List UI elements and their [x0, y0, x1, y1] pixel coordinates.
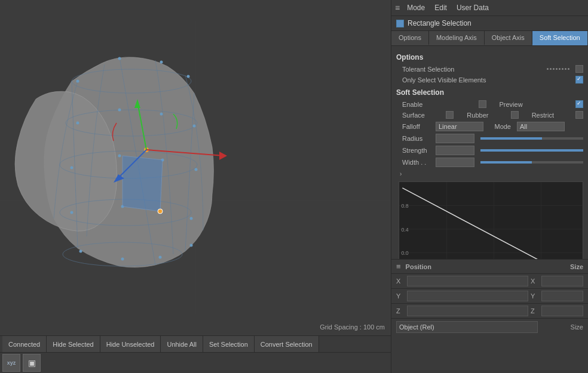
restrict-checkbox[interactable]: [575, 111, 583, 119]
rect-selection-checkbox[interactable]: [396, 20, 404, 27]
size-z-input[interactable]: 0 cm: [541, 306, 583, 316]
hide-selected-btn[interactable]: Hide Selected: [47, 336, 100, 352]
size-z-label: Z: [531, 307, 539, 315]
graph-container: 0.8 0.4 0.0 0.2 0.4 0.6: [396, 181, 583, 259]
pos-y-input[interactable]: -229.307 cm: [407, 291, 528, 301]
width-slider[interactable]: [480, 161, 583, 164]
enable-preview-row: Enable Preview: [396, 100, 583, 108]
falloff-select[interactable]: Linear: [436, 122, 483, 131]
scene-svg: [0, 0, 391, 335]
radius-slider[interactable]: [480, 137, 583, 140]
tab-object-axis[interactable]: Object Axis: [485, 31, 532, 45]
options-section-title: Options: [396, 53, 583, 61]
rubber-checkbox[interactable]: [511, 111, 519, 119]
full-bottom: Connected Hide Selected Hide Unselected …: [0, 335, 588, 373]
size-y-input[interactable]: 0 cm: [541, 291, 583, 301]
tolerant-selection-row: Tolerant Selection: [396, 65, 583, 73]
pos-z-input[interactable]: -10.949 cm: [407, 306, 528, 316]
position-title: Position: [406, 263, 531, 270]
panel-content: Options Tolerant Selection Only Select V…: [391, 46, 588, 259]
enable-label: Enable: [402, 101, 475, 108]
mode-label: Mode: [487, 123, 511, 130]
radius-input[interactable]: 100 cm: [436, 134, 474, 143]
bottom-bar: Connected Hide Selected Hide Unselected …: [0, 335, 391, 352]
rubber-label: Rubber: [467, 112, 507, 119]
svg-point-26: [159, 256, 162, 259]
graph-area[interactable]: 0.8 0.4 0.0 0.2 0.4 0.6: [399, 181, 583, 259]
tab-soft-selection[interactable]: Soft Selection: [532, 31, 587, 45]
width-input[interactable]: 50 %: [436, 158, 474, 167]
xyz-label: xyz: [7, 360, 16, 366]
svg-rect-36: [399, 182, 582, 259]
pos-x-label: X: [396, 278, 405, 285]
svg-text:0.8: 0.8: [401, 203, 408, 209]
pos-header: ≡ Position Size: [391, 260, 588, 274]
visible-label: Only Select Visible Elements: [402, 76, 572, 84]
svg-point-35: [158, 209, 163, 214]
size-y-label: Y: [531, 292, 539, 300]
position-panel: ≡ Position Size X 34.519 cm X 0 cm Y -22…: [391, 259, 588, 335]
mode-select[interactable]: All: [517, 122, 565, 131]
set-selection-btn[interactable]: Set Selection: [203, 336, 255, 352]
svg-point-13: [118, 109, 121, 112]
surface-checkbox[interactable]: [446, 111, 454, 119]
panel-menubar: ≡ Mode Edit User Data: [391, 0, 588, 16]
svg-point-16: [71, 167, 74, 169]
pos-dropdown[interactable]: Object (Rel): [396, 321, 538, 333]
panel-menu-icon[interactable]: ≡: [395, 3, 400, 13]
tolerant-checkbox[interactable]: [575, 65, 583, 73]
svg-point-9: [118, 57, 121, 60]
toolbar-icons: xyz ▣: [0, 352, 391, 373]
hide-unselected-btn[interactable]: Hide Unselected: [100, 336, 161, 352]
width-row: Width . . 50 %: [396, 158, 583, 167]
size-x-input[interactable]: 0 cm: [541, 276, 583, 286]
viewport[interactable]: Grid Spacing : 100 cm: [0, 0, 391, 335]
right-bottom-spacer: [391, 335, 588, 373]
preview-checkbox[interactable]: [575, 100, 583, 108]
svg-point-17: [118, 155, 121, 158]
svg-point-8: [76, 80, 79, 83]
svg-point-27: [190, 244, 193, 247]
falloff-graph: 0.8 0.4 0.0 0.2 0.4 0.6: [399, 182, 583, 259]
strength-row: Strength 100 %: [396, 146, 583, 155]
svg-text:0.4: 0.4: [401, 227, 408, 233]
connected-btn[interactable]: Connected: [2, 336, 47, 352]
convert-selection-btn[interactable]: Convert Selection: [255, 336, 319, 352]
left-bottom: Connected Hide Selected Hide Unselected …: [0, 335, 391, 373]
falloff-label: Falloff: [402, 123, 432, 130]
right-panel: ≡ Mode Edit User Data Rectangle Selectio…: [391, 0, 588, 335]
unhide-all-btn[interactable]: Unhide All: [161, 336, 203, 352]
restrict-label: Restrict: [532, 112, 572, 119]
menu-edit[interactable]: Edit: [432, 2, 449, 13]
tolerant-dots: [547, 68, 569, 70]
rect-selection-row: Rectangle Selection: [391, 16, 588, 31]
strength-slider[interactable]: [480, 149, 583, 152]
soft-sel-section-title: Soft Selection: [396, 88, 583, 97]
svg-point-15: [193, 125, 196, 128]
pos-row-z: Z -10.949 cm Z 0 cm: [391, 304, 588, 319]
strength-input[interactable]: 100 %: [436, 146, 474, 155]
svg-text:0.0: 0.0: [401, 250, 408, 256]
pos-x-input[interactable]: 34.519 cm: [407, 276, 528, 286]
tab-modeling-axis[interactable]: Modeling Axis: [429, 31, 485, 45]
menu-mode[interactable]: Mode: [405, 2, 427, 13]
svg-point-12: [76, 122, 79, 125]
xyz-tool-btn[interactable]: xyz: [2, 354, 20, 372]
graph-expand-row: ›: [396, 169, 583, 178]
cube-tool-btn[interactable]: ▣: [23, 354, 41, 372]
tab-options[interactable]: Options: [391, 31, 429, 45]
svg-point-10: [160, 61, 163, 64]
svg-point-20: [71, 211, 74, 214]
menu-user-data[interactable]: User Data: [454, 2, 491, 13]
enable-checkbox[interactable]: [479, 100, 486, 108]
visible-checkbox[interactable]: [575, 76, 583, 84]
surface-rubber-row: Surface Rubber Restrict: [396, 111, 583, 119]
pos-row-x: X 34.519 cm X 0 cm: [391, 274, 588, 289]
svg-point-14: [160, 113, 163, 116]
graph-expand-btn[interactable]: ›: [400, 171, 402, 177]
preview-label: Preview: [500, 101, 572, 108]
tabs-row: Options Modeling Axis Object Axis Soft S…: [391, 31, 588, 46]
falloff-mode-row: Falloff Linear Mode All: [396, 122, 583, 131]
svg-point-11: [187, 75, 190, 78]
surface-label: Surface: [402, 112, 442, 119]
